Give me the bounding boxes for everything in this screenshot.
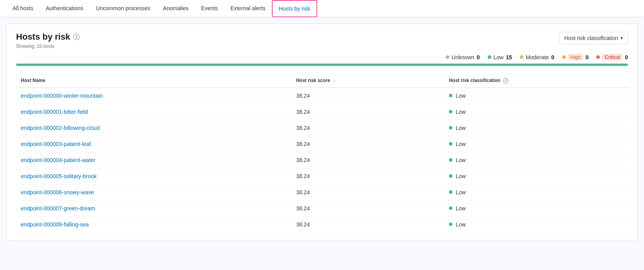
classification-label: Low: [456, 205, 466, 212]
classification-dot: [449, 126, 452, 130]
dot-high: [562, 55, 566, 59]
cell-risk-classification: Low: [444, 168, 628, 184]
title-info-icon[interactable]: i: [73, 34, 80, 40]
dot-low: [488, 55, 491, 59]
table-row: endpoint-000007-green-dream38.24Low: [16, 200, 628, 216]
showing-label: Showing: 15 hosts: [16, 44, 80, 49]
cell-host-name: endpoint-000006-snowy-wave: [16, 184, 291, 200]
cell-risk-score: 38.24: [291, 184, 445, 200]
risk-label-critical: Critical: [602, 54, 622, 60]
host-link[interactable]: endpoint-000001-bitter-field: [21, 109, 88, 115]
host-link[interactable]: endpoint-000007-green-dream: [21, 205, 95, 212]
host-link[interactable]: endpoint-000006-snowy-wave: [21, 189, 94, 195]
risk-item-critical: Critical 0: [596, 54, 628, 60]
cell-risk-classification: Low: [444, 184, 628, 200]
cell-risk-score: 38.24: [291, 120, 445, 136]
filter-label: Host risk classification: [564, 35, 618, 41]
table-row: endpoint-000006-snowy-wave38.24Low: [16, 184, 628, 200]
cell-host-name: endpoint-000005-solitary-brook: [16, 168, 291, 184]
risk-count-moderate: 0: [551, 54, 554, 60]
host-link[interactable]: endpoint-000003-patient-leaf: [21, 141, 91, 147]
cell-host-name: endpoint-000008-falling-sea: [16, 216, 291, 232]
chevron-down-icon: ▾: [620, 35, 623, 41]
cell-risk-classification: Low: [444, 152, 628, 168]
tab-events[interactable]: Events: [195, 0, 224, 17]
cell-host-name: endpoint-000007-green-dream: [16, 200, 291, 216]
host-risk-classification-filter[interactable]: Host risk classification ▾: [559, 32, 628, 44]
page-title-area: Hosts by risk i Showing: 15 hosts: [16, 32, 80, 49]
risk-summary: Unknown 0 Low 15 Moderate 0 High 0 Criti…: [16, 54, 628, 60]
host-link[interactable]: endpoint-000008-falling-sea: [21, 221, 89, 228]
table-row: endpoint-000004-patient-water38.24Low: [16, 152, 628, 168]
risk-label-low: Low: [494, 54, 504, 60]
tab-all-hosts[interactable]: All hosts: [6, 0, 40, 17]
risk-item-unknown: Unknown 0: [446, 54, 480, 60]
tab-hosts-by-risk[interactable]: Hosts by risk: [272, 0, 317, 17]
cell-risk-score: 38.24: [291, 136, 445, 152]
col-header-host-risk-score[interactable]: Host risk score ↓: [291, 74, 445, 88]
progress-bar-fill-low: [16, 64, 628, 66]
risk-progress-bar: [16, 64, 628, 66]
cell-risk-score: 38.24: [291, 88, 445, 104]
hosts-table: Host Name Host risk score ↓ Host risk cl…: [16, 74, 628, 233]
classification-label: Low: [456, 221, 466, 228]
tab-uncommon-processes[interactable]: Uncommon processes: [90, 0, 157, 17]
page-title-row: Hosts by risk i: [16, 32, 80, 42]
risk-label-moderate: Moderate: [526, 54, 549, 60]
risk-item-high: High 0: [562, 54, 589, 60]
classification-label: Low: [456, 141, 466, 147]
table-header-row: Host Name Host risk score ↓ Host risk cl…: [16, 74, 628, 88]
table-body: endpoint-000000-winter-mountain38.24Lowe…: [16, 88, 628, 232]
classification-dot: [449, 110, 452, 113]
risk-count-low: 15: [506, 54, 512, 60]
dot-critical: [596, 55, 600, 59]
cell-risk-classification: Low: [444, 104, 628, 120]
classification-label: Low: [456, 125, 466, 131]
classification-label: Low: [456, 189, 466, 195]
tab-anomalies[interactable]: Anomalies: [157, 0, 195, 17]
classification-info-icon[interactable]: i: [503, 78, 508, 84]
cell-host-name: endpoint-000004-patient-water: [16, 152, 291, 168]
classification-dot: [449, 142, 452, 146]
cell-host-name: endpoint-000003-patient-leaf: [16, 136, 291, 152]
classification-label: Low: [456, 93, 466, 99]
classification-label: Low: [456, 173, 466, 179]
page-title-text: Hosts by risk: [16, 32, 70, 42]
tab-external-alerts[interactable]: External alerts: [224, 0, 271, 17]
classification-dot: [449, 174, 452, 178]
classification-label: Low: [456, 157, 466, 163]
cell-risk-classification: Low: [444, 216, 628, 232]
cell-risk-classification: Low: [444, 200, 628, 216]
cell-risk-score: 38.24: [291, 168, 445, 184]
classification-dot: [449, 206, 452, 210]
cell-risk-classification: Low: [444, 136, 628, 152]
cell-risk-score: 38.24: [291, 216, 445, 232]
classification-label: Low: [456, 109, 466, 115]
cell-risk-score: 38.24: [291, 152, 445, 168]
cell-host-name: endpoint-000001-bitter-field: [16, 104, 291, 120]
classification-dot: [449, 158, 452, 162]
classification-dot: [449, 223, 452, 226]
dot-moderate: [520, 55, 523, 59]
classification-dot: [449, 190, 452, 194]
col-header-host-name: Host Name: [16, 74, 291, 88]
table-row: endpoint-000008-falling-sea38.24Low: [16, 216, 628, 232]
risk-count-critical: 0: [625, 54, 628, 60]
cell-host-name: endpoint-000002-billowing-cloud: [16, 120, 291, 136]
main-panel: Hosts by risk i Showing: 15 hosts Host r…: [6, 24, 638, 241]
risk-label-unknown: Unknown: [452, 54, 474, 60]
cell-risk-score: 38.24: [291, 200, 445, 216]
nav-tabs: All hosts Authentications Uncommon proce…: [0, 0, 644, 17]
host-link[interactable]: endpoint-000005-solitary-brook: [21, 173, 97, 179]
cell-host-name: endpoint-000000-winter-mountain: [16, 88, 291, 104]
host-link[interactable]: endpoint-000000-winter-mountain: [21, 93, 103, 99]
tab-authentications[interactable]: Authentications: [40, 0, 90, 17]
page-header: Hosts by risk i Showing: 15 hosts Host r…: [16, 32, 628, 49]
risk-item-low: Low 15: [488, 54, 512, 60]
cell-risk-classification: Low: [444, 120, 628, 136]
col-header-host-risk-classification: Host risk classification i: [444, 74, 628, 88]
host-link[interactable]: endpoint-000002-billowing-cloud: [21, 125, 100, 131]
risk-label-high: High: [568, 54, 583, 60]
table-row: endpoint-000002-billowing-cloud38.24Low: [16, 120, 628, 136]
host-link[interactable]: endpoint-000004-patient-water: [21, 157, 96, 163]
